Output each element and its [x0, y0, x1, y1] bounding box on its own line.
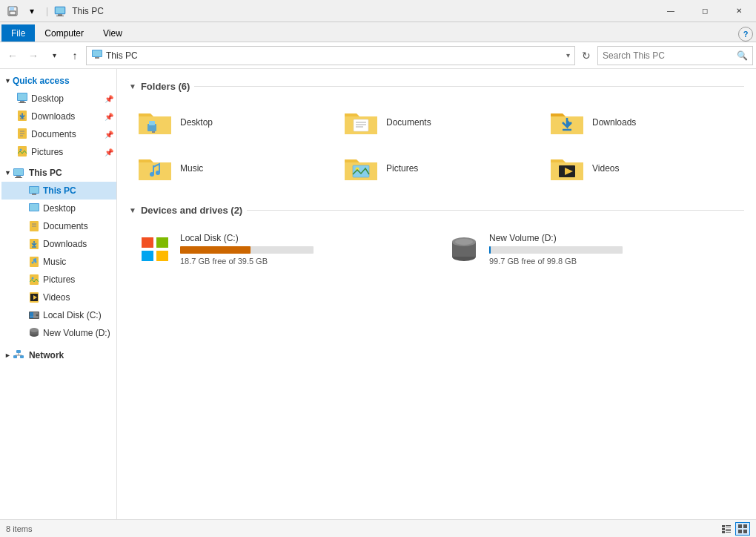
svg-rect-24 — [14, 169, 23, 175]
drive-d-bar-bg — [489, 246, 623, 254]
drive-d-name: New Volume (D:) — [489, 233, 623, 243]
drive-c-name: Local Disk (C:) — [180, 233, 314, 243]
sidebar-documents-pc-label: Documents — [43, 221, 88, 231]
downloads-icon — [16, 110, 28, 124]
search-bar[interactable]: 🔍 — [597, 46, 753, 65]
locald-icon — [28, 327, 40, 339]
drives-divider — [247, 210, 744, 211]
address-dropdown-icon[interactable]: ▾ — [566, 51, 570, 59]
folders-section-header[interactable]: ▼ Folders (6) — [129, 81, 744, 92]
sidebar-item-music-pc[interactable]: Music — [1, 253, 116, 271]
svg-rect-29 — [32, 194, 36, 195]
sidebar-item-desktop-pc[interactable]: Desktop — [1, 200, 116, 217]
refresh-button[interactable]: ↻ — [577, 46, 596, 65]
drive-d-info: New Volume (D:) 99.7 GB free of 99.8 GB — [489, 233, 623, 266]
sidebar-item-documents-pc[interactable]: Documents — [1, 217, 116, 235]
folder-item-videos[interactable]: Videos — [541, 147, 744, 190]
svg-rect-84 — [726, 527, 731, 527]
folder-videos-icon — [549, 154, 585, 183]
dropdown-button[interactable]: ▾ — [44, 46, 64, 65]
restore-button[interactable]: ◻ — [688, 0, 722, 22]
sidebar-item-localc[interactable]: Local Disk (C:) — [1, 306, 116, 324]
drives-section-title: Devices and drives (2) — [141, 205, 242, 216]
tab-view[interactable]: View — [93, 24, 132, 42]
quick-access-undo-btn[interactable]: ▾ — [24, 3, 40, 19]
quick-access-save-btn[interactable] — [4, 3, 21, 19]
folder-item-documents[interactable]: Documents — [335, 101, 538, 144]
folder-pictures-icon — [343, 154, 379, 183]
svg-point-81 — [455, 239, 473, 245]
svg-point-38 — [32, 262, 34, 264]
address-bar[interactable]: This PC ▾ — [86, 46, 575, 65]
sidebar-item-documents-qa[interactable]: Documents 📌 — [1, 125, 116, 143]
folders-section-title: Folders (6) — [141, 81, 190, 92]
thispc-chevron: ▼ — [4, 169, 11, 177]
quick-access-label: Quick access — [13, 76, 70, 86]
svg-rect-6 — [56, 16, 64, 16]
svg-point-41 — [32, 277, 34, 280]
details-view-button[interactable] — [719, 522, 734, 536]
sidebar-item-downloads-qa[interactable]: Downloads 📌 — [1, 108, 116, 125]
sidebar-this-pc-selected[interactable]: This PC — [1, 182, 116, 200]
sidebar-locald-label: New Volume (D:) — [43, 328, 110, 338]
folder-documents-icon — [343, 108, 379, 137]
view-buttons — [719, 522, 750, 536]
drive-item-d[interactable]: New Volume (D:) 99.7 GB free of 99.8 GB — [438, 225, 744, 274]
drive-c-bar-bg — [180, 246, 314, 254]
folder-item-music[interactable]: Music — [129, 147, 332, 190]
folder-desktop-label: Desktop — [180, 117, 213, 128]
svg-rect-82 — [722, 525, 725, 527]
svg-rect-77 — [156, 251, 168, 261]
address-icon — [91, 48, 103, 62]
folders-chevron: ▼ — [129, 82, 136, 90]
close-button[interactable]: ✕ — [722, 0, 756, 22]
folder-music-icon — [137, 154, 173, 183]
minimize-button[interactable]: — — [654, 0, 688, 22]
help-button[interactable]: ? — [738, 27, 753, 42]
drives-section-header[interactable]: ▼ Devices and drives (2) — [129, 205, 744, 216]
svg-rect-93 — [743, 530, 747, 533]
main: ▼ Quick access Desktop 📌 Downloads 📌 — [0, 69, 756, 519]
sidebar-item-pictures-pc[interactable]: Pictures — [1, 271, 116, 289]
pictures-icon — [16, 145, 28, 159]
sidebar-item-locald[interactable]: New Volume (D:) — [1, 324, 116, 342]
tab-computer[interactable]: Computer — [35, 24, 93, 42]
drive-d-icon — [446, 231, 482, 267]
pictures-pc-icon — [28, 274, 40, 286]
network-label: Network — [29, 350, 64, 360]
tab-file[interactable]: File — [1, 24, 35, 42]
back-button[interactable]: ← — [3, 46, 22, 65]
sidebar-localc-label: Local Disk (C:) — [43, 310, 102, 320]
drive-d-bar-fill — [489, 246, 491, 254]
svg-rect-25 — [16, 176, 21, 177]
sidebar-item-videos-pc[interactable]: Videos — [1, 289, 116, 306]
large-icons-view-button[interactable] — [735, 522, 750, 536]
network-header[interactable]: ► Network — [0, 346, 116, 364]
svg-rect-53 — [16, 350, 21, 353]
folder-videos-label: Videos — [592, 163, 619, 174]
sidebar-item-desktop-qa[interactable]: Desktop 📌 — [1, 90, 116, 108]
videos-pc-icon — [28, 291, 40, 303]
svg-rect-55 — [20, 355, 24, 358]
sidebar-item-downloads-pc[interactable]: Downloads — [1, 235, 116, 253]
drive-item-c[interactable]: Local Disk (C:) 18.7 GB free of 39.5 GB — [129, 225, 435, 274]
search-input[interactable] — [603, 50, 737, 61]
folder-item-downloads[interactable]: Downloads — [541, 101, 744, 144]
folder-item-desktop[interactable]: Desktop — [129, 101, 332, 144]
svg-rect-11 — [18, 93, 27, 100]
this-pc-header[interactable]: ▼ This PC — [0, 164, 116, 182]
sidebar-downloads-pc-label: Downloads — [43, 239, 87, 249]
up-button[interactable]: ↑ — [65, 46, 84, 65]
ribbon: File Computer View ? — [0, 22, 756, 42]
nav-bar: ← → ▾ ↑ This PC ▾ ↻ 🔍 — [0, 42, 756, 69]
folder-item-pictures[interactable]: Pictures — [335, 147, 538, 190]
svg-point-22 — [20, 148, 22, 151]
quick-access-header[interactable]: ▼ Quick access — [0, 72, 116, 90]
sidebar-item-pictures-qa[interactable]: Pictures 📌 — [1, 143, 116, 161]
documents-icon — [16, 128, 28, 142]
svg-rect-86 — [726, 529, 731, 530]
forward-button[interactable]: → — [24, 46, 43, 65]
localc-icon — [28, 309, 40, 321]
svg-rect-8 — [93, 50, 102, 56]
svg-rect-74 — [142, 237, 153, 248]
